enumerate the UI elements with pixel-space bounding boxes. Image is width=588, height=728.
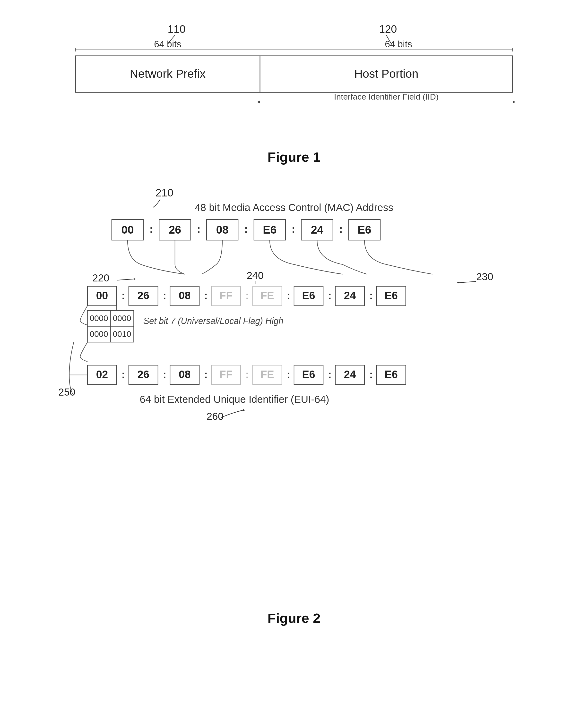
figure1-diagram: 110 120 64 bits 64 bits Network Prefix H… (51, 19, 537, 136)
bit-bottom-right: 0010 (113, 329, 131, 338)
svg-text:FF: FF (219, 368, 233, 380)
right-bracket-curve (270, 240, 342, 274)
ref260-arrowhead (243, 409, 246, 411)
figure1-container: 110 120 64 bits 64 bits Network Prefix H… (51, 19, 537, 184)
iid-arrow-right (513, 101, 516, 104)
svg-text:FF: FF (219, 289, 233, 301)
ref230-label: 230 (476, 271, 493, 282)
svg-text::: : (369, 289, 373, 301)
ref220-arrowhead (134, 278, 136, 280)
bits110-label: 64 bits (154, 39, 181, 49)
svg-text:24: 24 (311, 223, 323, 236)
svg-text:26: 26 (138, 368, 149, 380)
svg-text::: : (149, 223, 153, 235)
bit-top-right: 0000 (113, 313, 131, 323)
right-bracket-curve2 (317, 240, 367, 274)
network-prefix-text: Network Prefix (130, 67, 206, 80)
bit-top-left: 0000 (90, 313, 108, 323)
svg-text::: : (204, 368, 208, 380)
svg-text::: : (244, 223, 248, 235)
ref260-arrow (221, 410, 243, 417)
bit-expand-bracket (80, 306, 87, 325)
iid-label: Interface Identifier Field (IID) (334, 92, 439, 101)
mac-row: 00 : 26 : 08 : E6 : 24 : E6 (112, 220, 380, 240)
svg-text::: : (339, 223, 342, 235)
svg-text:00: 00 (96, 289, 108, 301)
row3: 02 : 26 : 08 : FF : FE : E6 : 24 : (87, 365, 406, 384)
ref230-arrow (459, 282, 476, 283)
svg-text:26: 26 (138, 289, 149, 301)
svg-text::: : (204, 289, 208, 301)
svg-text::: : (292, 223, 295, 235)
row2: 00 : 26 : 08 : FF : FE : E6 : 24 : (87, 286, 406, 306)
iid-arrow-left (257, 101, 260, 104)
bit-bracket-down (80, 342, 87, 361)
figure2-container: 210 48 bit Media Access Control (MAC) Ad… (51, 184, 537, 645)
svg-text:E6: E6 (302, 289, 315, 301)
svg-text:02: 02 (96, 368, 108, 380)
svg-text::: : (246, 289, 249, 301)
svg-text::: : (287, 368, 290, 380)
svg-text:E6: E6 (385, 289, 398, 301)
svg-text::: : (287, 289, 290, 301)
svg-text:E6: E6 (358, 223, 371, 236)
svg-text:E6: E6 (385, 368, 398, 380)
left-bracket-curve (128, 240, 185, 274)
svg-text:26: 26 (169, 223, 181, 236)
svg-text:FE: FE (260, 289, 274, 301)
ref220-arrow (117, 279, 134, 280)
svg-text::: : (122, 368, 125, 380)
ref110-label: 110 (168, 23, 185, 35)
svg-text::: : (163, 368, 166, 380)
ref230-arrowhead (457, 282, 459, 284)
svg-text::: : (122, 289, 125, 301)
svg-text:E6: E6 (263, 223, 276, 236)
ref260-label: 260 (207, 411, 224, 422)
ref250-label: 250 (58, 387, 75, 398)
svg-text::: : (197, 223, 201, 235)
svg-text:08: 08 (216, 223, 228, 236)
figure1-title: Figure 1 (51, 149, 537, 165)
ref210-label: 210 (155, 187, 173, 199)
svg-text::: : (369, 368, 373, 380)
svg-text:08: 08 (179, 368, 191, 380)
ref240-label: 240 (247, 270, 264, 281)
left-bracket-curve2 (175, 240, 185, 274)
figure2-diagram: 210 48 bit Media Access Control (MAC) Ad… (51, 184, 537, 597)
svg-text:24: 24 (344, 289, 356, 301)
ref120-label: 120 (379, 23, 397, 35)
bits120-label: 64 bits (385, 39, 412, 49)
svg-text::: : (246, 368, 249, 380)
left-bracket-curve3 (202, 240, 222, 274)
right-bracket-curve3 (364, 240, 433, 274)
svg-text:24: 24 (344, 368, 356, 380)
svg-text:FE: FE (260, 368, 274, 380)
svg-text::: : (328, 368, 332, 380)
figure2-title: Figure 2 (51, 610, 537, 626)
svg-text::: : (163, 289, 166, 301)
svg-text::: : (328, 289, 332, 301)
mac-title: 48 bit Media Access Control (MAC) Addres… (195, 202, 393, 213)
svg-text:00: 00 (121, 223, 134, 236)
bit-bottom-left: 0000 (90, 329, 108, 338)
svg-text:08: 08 (179, 289, 191, 301)
host-portion-text: Host Portion (354, 67, 418, 80)
eui64-label: 64 bit Extended Unique Identifier (EUI-6… (140, 394, 329, 405)
ref210-arrow (153, 199, 160, 207)
set-bit-note: Set bit 7 (Universal/Local Flag) High (143, 316, 283, 326)
ref220-label: 220 (92, 272, 109, 284)
svg-text:E6: E6 (302, 368, 315, 380)
